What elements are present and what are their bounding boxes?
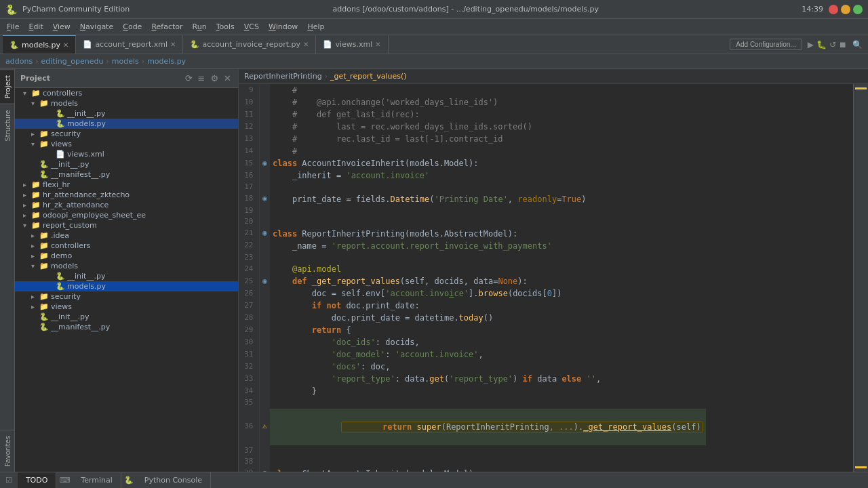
line-content[interactable]: return { bbox=[270, 324, 706, 336]
tree-item-controllers[interactable]: ▾ 📁 controllers bbox=[15, 88, 238, 98]
line-content[interactable]: doc.print_date = datetime.today() bbox=[270, 312, 706, 324]
line-content[interactable]: 'docs': doc, bbox=[270, 361, 706, 373]
expand-icon[interactable]: ≡ bbox=[197, 72, 207, 85]
tree-item-manifest-2[interactable]: 🐍 __manifest__.py bbox=[15, 322, 238, 332]
tab-todo[interactable]: TODO bbox=[18, 472, 57, 488]
tree-item-views-2[interactable]: ▸ 📁 views bbox=[15, 302, 238, 312]
tree-item-hr-zk[interactable]: ▸ 📁 hr_zk_attendance bbox=[15, 200, 238, 210]
tree-item-security-1[interactable]: ▸ 📁 security bbox=[15, 129, 238, 139]
tab-account-report-xml[interactable]: 📄 account_report.xml ✕ bbox=[76, 35, 183, 54]
tab-terminal[interactable]: Terminal bbox=[73, 472, 121, 488]
line-content[interactable]: } bbox=[270, 385, 706, 397]
menu-view[interactable]: View bbox=[49, 21, 75, 33]
tab-account-invoice-close[interactable]: ✕ bbox=[303, 41, 309, 48]
tree-item-models-2[interactable]: ▾ 📁 models bbox=[15, 261, 238, 271]
line-content[interactable]: class ReportInheritPrinting(models.Abstr… bbox=[270, 228, 706, 240]
tree-item-models-1[interactable]: ▾ 📁 models bbox=[15, 98, 238, 108]
menu-vcs[interactable]: VCS bbox=[240, 21, 263, 33]
line-content[interactable]: # last = rec.worked_days_line_ids.sorted… bbox=[270, 121, 706, 133]
tab-account-report-close[interactable]: ✕ bbox=[170, 41, 176, 48]
tree-item-init-2[interactable]: 🐍 __init__.py bbox=[15, 159, 238, 169]
menu-refactor[interactable]: Refactor bbox=[147, 21, 186, 33]
tree-item-security-2[interactable]: ▸ 📁 security bbox=[15, 291, 238, 302]
tab-views-xml[interactable]: 📄 views.xml ✕ bbox=[316, 35, 388, 54]
line-content[interactable]: class AccountInvoiceInherit(models.Model… bbox=[270, 157, 706, 169]
menu-tools[interactable]: Tools bbox=[212, 21, 239, 33]
tree-item-models-py-1[interactable]: 🐍 models.py bbox=[15, 119, 238, 129]
line-content[interactable]: print_date = fields.Datetime('Printing D… bbox=[270, 193, 706, 205]
sync-icon[interactable]: ⟳ bbox=[184, 72, 194, 85]
line-content[interactable]: # bbox=[270, 145, 706, 157]
settings-icon[interactable]: ⚙ bbox=[209, 72, 220, 85]
tree-item-hr-attendance[interactable]: ▸ 📁 hr_attendance_zktecho bbox=[15, 190, 238, 200]
line-content[interactable]: # bbox=[270, 84, 706, 96]
add-configuration-button[interactable]: Add Configuration... bbox=[730, 39, 802, 50]
tab-favorites[interactable]: Favorites bbox=[0, 430, 14, 472]
breadcrumb-editing-openedu[interactable]: editing_openedu bbox=[41, 57, 104, 66]
maximize-button[interactable] bbox=[853, 5, 863, 14]
tree-item-idea[interactable]: ▸ 📁 .idea bbox=[15, 230, 238, 241]
breadcrumb-models-py[interactable]: models.py bbox=[147, 57, 186, 66]
line-content[interactable]: 'report_type': data.get('report_type') i… bbox=[270, 373, 706, 385]
breadcrumb-addons[interactable]: addons bbox=[5, 57, 33, 66]
menu-run[interactable]: Run bbox=[189, 21, 211, 33]
close-panel-icon[interactable]: ✕ bbox=[222, 72, 233, 85]
menu-code[interactable]: Code bbox=[119, 21, 146, 33]
error-indicator-bottom[interactable] bbox=[855, 466, 867, 468]
code-scroll-area[interactable]: 9 # 10 # @api.onchange('worked_days_line… bbox=[239, 84, 853, 472]
tab-project[interactable]: Project bbox=[0, 69, 14, 104]
line-content[interactable]: if not doc.print_date: bbox=[270, 300, 706, 312]
line-content[interactable]: # rec.last_id = last[-1].contract_id bbox=[270, 133, 706, 145]
tab-models-py[interactable]: 🐍 models.py ✕ bbox=[3, 35, 76, 54]
stop-button[interactable]: ⏹ bbox=[839, 40, 847, 49]
tree-item-odoopi[interactable]: ▸ 📁 odoopi_employee_sheet_ee bbox=[15, 210, 238, 220]
line-content[interactable]: 'doc_ids': docids, bbox=[270, 336, 706, 348]
run-button[interactable]: ▶ bbox=[808, 40, 814, 49]
close-button[interactable] bbox=[829, 5, 838, 14]
line-content[interactable]: doc = self.env['account.invoice'].browse… bbox=[270, 287, 706, 300]
menu-edit[interactable]: Edit bbox=[24, 21, 47, 33]
menu-navigate[interactable]: Navigate bbox=[76, 21, 117, 33]
line-content[interactable]: # @api.onchange('worked_days_line_ids') bbox=[270, 96, 706, 108]
tree-item-models-py-active[interactable]: 🐍 models.py bbox=[15, 281, 238, 291]
warning-indicator[interactable] bbox=[855, 87, 867, 89]
line-content[interactable] bbox=[270, 205, 706, 217]
tab-account-invoice-report-py[interactable]: 🐍 account_invoice_report.py ✕ bbox=[183, 35, 316, 54]
line-content[interactable] bbox=[270, 216, 706, 228]
tree-item-controllers-2[interactable]: ▸ 📁 controllers bbox=[15, 241, 238, 251]
tree-item-manifest-1[interactable]: 🐍 __manifest__.py bbox=[15, 169, 238, 180]
tab-models-py-close[interactable]: ✕ bbox=[63, 41, 68, 49]
line-content[interactable] bbox=[270, 456, 706, 468]
line-content[interactable]: _inherit = 'account.invoice' bbox=[270, 169, 706, 182]
line-content[interactable] bbox=[270, 397, 706, 409]
line-content[interactable]: _name = 'report.account.report_invoice_w… bbox=[270, 240, 706, 252]
line-content[interactable]: def _get_report_values(self, docids, dat… bbox=[270, 275, 706, 287]
tree-item-init-1[interactable]: 🐍 __init__.py bbox=[15, 108, 238, 119]
tab-python-console[interactable]: Python Console bbox=[136, 472, 211, 488]
menu-window[interactable]: Window bbox=[264, 21, 302, 33]
breadcrumb-models[interactable]: models bbox=[112, 57, 139, 66]
reload-button[interactable]: ↺ bbox=[829, 40, 836, 49]
tree-item-init-3[interactable]: 🐍 __init__.py bbox=[15, 271, 238, 281]
tree-item-views-1[interactable]: ▾ 📁 views bbox=[15, 139, 238, 149]
tree-item-demo[interactable]: ▸ 📁 demo bbox=[15, 251, 238, 261]
tree-item-init-4[interactable]: 🐍 __init__.py bbox=[15, 312, 238, 322]
line-content[interactable]: class ChartAccountsInherits(models.Model… bbox=[270, 468, 706, 472]
tree-item-flexi-hr[interactable]: ▸ 📁 flexi_hr bbox=[15, 180, 238, 190]
line-content[interactable]: 'doc_model': 'account.invoice', bbox=[270, 348, 706, 361]
minimize-button[interactable] bbox=[841, 5, 850, 14]
line-content[interactable]: @api.model bbox=[270, 263, 706, 275]
line-content[interactable] bbox=[270, 445, 706, 457]
tree-item-views-xml[interactable]: 📄 views.xml bbox=[15, 149, 238, 159]
tree-item-report-custom[interactable]: ▾ 📁 report_custom bbox=[15, 220, 238, 230]
menu-file[interactable]: File bbox=[3, 21, 23, 33]
line-content[interactable]: # def get_last_id(rec): bbox=[270, 108, 706, 121]
search-everywhere-button[interactable]: 🔍 bbox=[852, 40, 863, 49]
line-content[interactable]: return super(ReportInheritPrinting, ...)… bbox=[270, 409, 706, 445]
debug-button[interactable]: 🐛 bbox=[816, 40, 827, 49]
menu-help[interactable]: Help bbox=[303, 21, 328, 33]
tab-structure[interactable]: Structure bbox=[0, 104, 14, 147]
line-content[interactable] bbox=[270, 252, 706, 264]
tab-views-xml-close[interactable]: ✕ bbox=[375, 41, 380, 48]
line-content[interactable] bbox=[270, 182, 706, 193]
